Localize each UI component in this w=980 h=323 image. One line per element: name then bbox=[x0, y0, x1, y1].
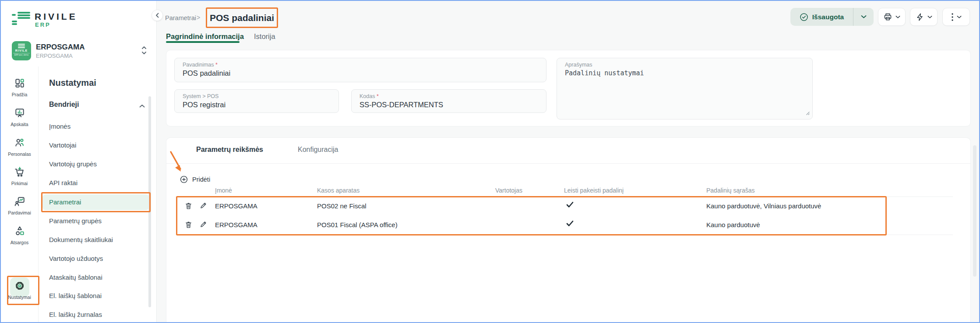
tab-pagrindine-informacija[interactable]: Pagrindinė informacija bbox=[166, 32, 244, 41]
field-value: POS registrai bbox=[183, 101, 331, 109]
field-value: Padalinių nustatymai bbox=[565, 69, 804, 77]
sidebar-item-parametrai[interactable]: Parametrai bbox=[49, 198, 81, 206]
tab-konfiguracija[interactable]: Konfiguracija bbox=[298, 146, 338, 154]
chevron-down-icon bbox=[927, 15, 932, 19]
field-label: Pavadinimas bbox=[183, 62, 214, 68]
sidebar-item-el-laisku-zurnalas[interactable]: El. laiškų žurnalas bbox=[49, 311, 102, 318]
sidebar-heading: Nustatymai bbox=[49, 78, 96, 88]
check-circle-icon bbox=[800, 13, 808, 21]
sidebar-item-vartotojai[interactable]: Vartotojai bbox=[49, 141, 76, 149]
sidebar-section-bendrieji[interactable]: Bendrieji bbox=[49, 101, 79, 109]
sidebar-item-api-raktai[interactable]: API raktai bbox=[49, 179, 78, 186]
edit-icon[interactable] bbox=[200, 202, 207, 211]
chevron-down-icon bbox=[895, 15, 900, 19]
rail-item-pirkimai[interactable]: Pirkimai bbox=[1, 166, 38, 186]
gear-icon bbox=[14, 280, 25, 291]
column-header-vartotojas: Vartotojas bbox=[495, 187, 522, 194]
page-title: POS padaliniai bbox=[210, 13, 274, 23]
rail-label: Personalas bbox=[1, 151, 38, 157]
cell-padaliniu-sarasas: Kauno parduotuvė bbox=[706, 221, 760, 228]
sales-icon bbox=[14, 196, 25, 207]
company-avatar: RIVILE ERP pos | demo bbox=[12, 41, 31, 60]
kodas-field[interactable]: Kodas * SS-POS-DEPARTMENTS bbox=[351, 89, 546, 113]
main-scrollbar[interactable] bbox=[973, 145, 976, 277]
printer-icon bbox=[883, 12, 892, 21]
people-icon bbox=[14, 137, 25, 148]
rail-item-personalas[interactable]: Personalas bbox=[1, 137, 38, 157]
save-split-button[interactable]: Išsaugota bbox=[790, 8, 874, 26]
title-annotation-box: POS padaliniai bbox=[206, 7, 278, 28]
rail-divider bbox=[38, 67, 39, 323]
avatar-bars-icon bbox=[18, 44, 25, 48]
table-row[interactable]: ERPOSGAMA POS02 ne Fiscal Kauno parduotu… bbox=[166, 197, 970, 216]
resize-handle-icon[interactable] bbox=[805, 109, 810, 117]
required-marker: * bbox=[215, 62, 218, 68]
sidebar-item-el-laisku-sablonai[interactable]: El. laiškų šablonai bbox=[49, 292, 102, 299]
table-row[interactable]: ERPOSGAMA POS01 Fiscal (ASPA office) Kau… bbox=[166, 216, 970, 235]
kebab-menu-icon bbox=[951, 13, 954, 21]
rivile-logo-icon bbox=[12, 12, 31, 26]
save-button-label: Išsaugota bbox=[812, 13, 844, 21]
print-dropdown-button[interactable] bbox=[878, 8, 906, 26]
company-subtitle: ERPOSGAMA bbox=[36, 53, 73, 59]
annotation-arrow bbox=[169, 151, 186, 176]
field-label: Kodas bbox=[360, 93, 375, 99]
more-menu-button[interactable] bbox=[942, 8, 970, 26]
rail-item-pradzia[interactable]: Pradžia bbox=[1, 77, 38, 97]
rail-label: Pradžia bbox=[1, 92, 38, 97]
parameters-panel-card: Parametrų reikšmės Konfiguracija Pridėti… bbox=[166, 137, 971, 323]
rail-item-nustatymai[interactable]: Nustatymai bbox=[1, 280, 38, 300]
rail-label: Pirkimai bbox=[1, 181, 38, 186]
chevron-up-icon[interactable] bbox=[139, 102, 145, 110]
sidebar-item-parametru-grupes[interactable]: Parametrų grupės bbox=[49, 217, 102, 225]
field-value: POS padaliniai bbox=[183, 69, 538, 77]
required-marker: * bbox=[377, 93, 379, 99]
tab-parametru-reiksmes[interactable]: Parametrų reikšmės bbox=[196, 146, 263, 154]
sidebar-scrollbar[interactable] bbox=[148, 96, 151, 307]
add-button-label: Pridėti bbox=[192, 176, 210, 183]
breadcrumb[interactable]: Parametrai bbox=[165, 14, 196, 21]
rail-item-apskaita[interactable]: Apskaita bbox=[1, 107, 38, 127]
pavadinimas-field[interactable]: Pavadinimas * POS padaliniai bbox=[174, 58, 546, 82]
company-name: ERPOSGAMA bbox=[36, 43, 85, 52]
rail-item-pardavimai[interactable]: Pardavimai bbox=[1, 196, 38, 215]
updown-chevron-icon[interactable] bbox=[141, 45, 147, 58]
add-button[interactable]: Pridėti bbox=[180, 176, 210, 183]
delete-icon[interactable] bbox=[185, 221, 192, 231]
aprasymas-textarea[interactable]: Aprašymas Padalinių nustatymai bbox=[557, 58, 813, 119]
rail-label: Atsargos bbox=[1, 240, 38, 245]
rail-item-atsargos[interactable]: Atsargos bbox=[1, 225, 38, 245]
sidebar-item-imones[interactable]: Įmonės bbox=[49, 123, 71, 130]
tab-istorija[interactable]: Istorija bbox=[254, 32, 275, 41]
column-header-padaliniu-sarasas: Padalinių sąrašas bbox=[706, 187, 755, 194]
inventory-shapes-icon bbox=[14, 225, 25, 237]
breadcrumb-separator: > bbox=[197, 14, 200, 21]
field-label: Aprašymas bbox=[565, 62, 592, 68]
save-button[interactable]: Išsaugota bbox=[790, 13, 853, 21]
chevron-down-icon bbox=[957, 15, 962, 19]
sidebar-item-dokumentu-skaitliukai[interactable]: Dokumentų skaitliukai bbox=[49, 236, 113, 243]
system-pos-field[interactable]: System > POS POS registrai bbox=[174, 89, 339, 113]
panel-tab-divider bbox=[166, 163, 970, 164]
cell-kasos-aparatas: POS01 Fiscal (ASPA office) bbox=[317, 221, 398, 228]
edit-icon[interactable] bbox=[200, 221, 207, 230]
sidebar-item-vartotojo-uzduotys[interactable]: Vartotojo užduotys bbox=[49, 255, 103, 262]
company-selector[interactable]: RIVILE ERP pos | demo ERPOSGAMA ERPOSGAM… bbox=[12, 41, 148, 61]
avatar-subtext: ERP pos | demo bbox=[13, 53, 30, 56]
accounting-board-icon bbox=[14, 107, 25, 119]
check-icon bbox=[566, 220, 574, 228]
sidebar-item-vartotoju-grupes[interactable]: Vartotojų grupės bbox=[49, 160, 97, 168]
save-dropdown-button[interactable] bbox=[853, 15, 874, 19]
actions-dropdown-button[interactable] bbox=[910, 8, 938, 26]
column-header-kasos-aparatas: Kasos aparatas bbox=[317, 187, 360, 194]
check-icon bbox=[566, 201, 574, 210]
rail-label: Apskaita bbox=[1, 122, 38, 127]
sidebar-item-ataskaitu-sablonai[interactable]: Ataskaitų šablonai bbox=[49, 274, 102, 281]
brand-name: RIVILE bbox=[35, 11, 78, 22]
delete-icon[interactable] bbox=[185, 202, 192, 212]
collapse-sidebar-button[interactable] bbox=[152, 10, 163, 21]
field-label: System > POS bbox=[183, 93, 219, 99]
column-header-leisti-pakeisti: Leisti pakeisti padalinį bbox=[564, 187, 624, 194]
rail-label: Nustatymai bbox=[1, 295, 38, 300]
dashboard-icon bbox=[14, 77, 25, 89]
